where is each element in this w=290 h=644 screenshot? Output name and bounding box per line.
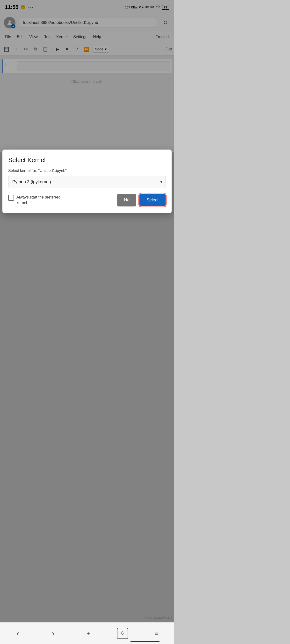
hamburger-icon: ≡ [155,630,158,637]
checkbox-text: Always start the preferred kernel [17,195,61,206]
no-button[interactable]: No [117,194,136,206]
kernel-select-wrapper: Python 3 (ipykernel) ▾ [8,176,166,188]
dialog-buttons: No Select [117,194,166,206]
always-start-preferred-checkbox[interactable] [8,195,14,201]
menu-button[interactable]: ≡ [149,626,164,640]
home-bar [130,641,160,642]
modal-overlay [0,0,174,644]
tabs-button[interactable]: 6 [117,628,128,639]
dialog-footer: Always start the preferred kernel No Sel… [8,194,166,206]
plus-icon: + [87,630,90,637]
forward-button[interactable]: › [46,626,60,640]
select-button[interactable]: Select [139,194,166,206]
kernel-select[interactable]: Python 3 (ipykernel) [8,176,166,188]
always-start-preferred-label[interactable]: Always start the preferred kernel [8,195,61,206]
tabs-count: 6 [121,631,124,636]
new-tab-button[interactable]: + [81,626,96,640]
select-kernel-dialog: Select Kernel Select kernel for: "Untitl… [3,150,172,213]
back-button[interactable]: ‹ [10,626,25,640]
forward-icon: › [52,629,55,638]
dialog-subtitle: Select kernel for: "Untitled1.ipynb" [8,168,166,173]
back-icon: ‹ [17,629,19,638]
dialog-title: Select Kernel [8,156,166,164]
